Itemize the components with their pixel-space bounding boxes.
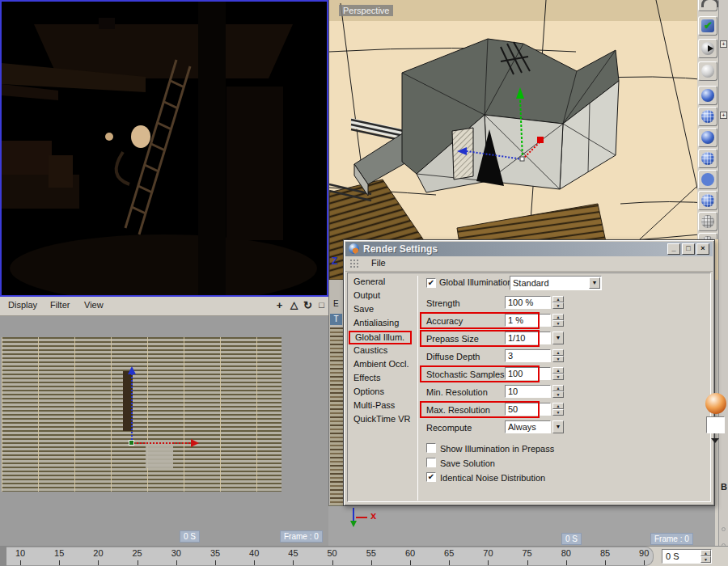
max-resolution-row: Max. Resolution50▲▼ bbox=[425, 402, 708, 420]
shading-isoparm-icon[interactable] bbox=[698, 212, 717, 231]
expand-plus-icon[interactable]: + bbox=[720, 112, 727, 119]
spinner-down-icon[interactable]: ▼ bbox=[552, 374, 564, 380]
spinner-up-icon[interactable]: ▲ bbox=[552, 385, 564, 391]
max-resolution-input[interactable]: 50 bbox=[505, 403, 551, 416]
strip-e-label: E bbox=[333, 299, 339, 308]
save-solution-checkbox[interactable] bbox=[426, 458, 436, 467]
material-sphere-icon[interactable] bbox=[705, 393, 726, 414]
dialog-section-options[interactable]: Options bbox=[349, 386, 417, 399]
identical-noise-distribution-checkbox[interactable]: ✔ bbox=[426, 472, 436, 482]
recompute-dropdown-icon[interactable]: ▼ bbox=[552, 420, 564, 433]
dialog-section-quicktime-vr[interactable]: QuickTime VR bbox=[349, 413, 417, 427]
recompute-input[interactable]: Always bbox=[505, 420, 551, 433]
shading-quickshade-icon[interactable] bbox=[698, 107, 717, 126]
spinner-down-icon[interactable]: ▼ bbox=[552, 302, 564, 309]
gi-mode-dropdown-icon[interactable]: ▼ bbox=[589, 277, 600, 289]
ruler-tick bbox=[605, 560, 606, 565]
front-time-badge: 0 S bbox=[180, 530, 200, 543]
dialog-section-multi-pass[interactable]: Multi-Pass bbox=[349, 399, 417, 413]
shading-flat-icon[interactable] bbox=[698, 170, 717, 189]
shading-hiddenline-icon[interactable] bbox=[698, 149, 717, 168]
viewport-name-label[interactable]: Perspective bbox=[339, 5, 393, 16]
render-picture-viewport[interactable] bbox=[0, 0, 328, 297]
accuracy-label: Accuracy bbox=[426, 316, 463, 326]
dialog-section-effects[interactable]: Effects bbox=[349, 372, 417, 386]
stochastic-samples-label: Stochastic Samples bbox=[426, 370, 505, 379]
current-time-value[interactable]: 0 S bbox=[666, 551, 679, 561]
minimize-button[interactable]: _ bbox=[667, 243, 680, 255]
dialog-section-ambient-occl[interactable]: Ambient Occl. bbox=[349, 358, 417, 372]
shading-sphere-icon[interactable] bbox=[698, 61, 717, 81]
axis-origin-handle[interactable] bbox=[129, 440, 134, 446]
strength-input[interactable]: 100 % bbox=[505, 296, 551, 309]
view-move-icon[interactable]: + bbox=[273, 298, 286, 312]
view-maximize-icon[interactable]: □ bbox=[315, 298, 328, 312]
gi-mode-select[interactable]: Standard▼ bbox=[510, 276, 602, 290]
view-scale-icon[interactable]: △ bbox=[288, 298, 300, 312]
axis-y-arrow-icon bbox=[128, 366, 136, 374]
timeline-ruler[interactable]: 0 S ▲ ▼ 10152025303540455055606570758085… bbox=[0, 546, 728, 566]
spinner-down-icon[interactable]: ▼ bbox=[552, 320, 564, 327]
current-time-spinner[interactable]: 0 S ▲ ▼ bbox=[662, 549, 712, 564]
dialog-section-output[interactable]: Output bbox=[349, 289, 417, 303]
shading-gouraud-icon[interactable] bbox=[698, 86, 717, 105]
spinner-down-icon[interactable]: ▼ bbox=[700, 556, 711, 563]
prepass-size-dropdown-icon[interactable]: ▼ bbox=[552, 332, 564, 344]
prepass-size-input[interactable]: 1/10 bbox=[505, 332, 551, 344]
perspective-viewport[interactable]: Perspective bbox=[328, 0, 718, 280]
menu-view[interactable]: View bbox=[84, 300, 104, 310]
ruler-tick bbox=[332, 560, 333, 565]
texture-tag-icon[interactable]: T bbox=[330, 314, 342, 325]
diffuse-depth-row: Diffuse Depth3▲▼ bbox=[425, 348, 708, 366]
display-mode-icon[interactable] bbox=[698, 39, 717, 58]
expand-plus-icon[interactable]: + bbox=[720, 40, 727, 48]
show-illumination-in-prepass-checkbox[interactable] bbox=[426, 443, 436, 453]
spinner-down-icon[interactable]: ▼ bbox=[552, 409, 564, 416]
dialog-section-caustics[interactable]: Caustics bbox=[349, 344, 417, 358]
shading-box-icon[interactable] bbox=[698, 233, 717, 239]
maximize-button[interactable]: □ bbox=[682, 243, 695, 255]
diffuse-depth-input[interactable]: 3 bbox=[505, 349, 551, 362]
spinner-up-icon[interactable]: ▲ bbox=[552, 314, 564, 320]
min-resolution-input[interactable]: 10 bbox=[505, 385, 551, 398]
min-resolution-row: Min. Resolution10▲▼ bbox=[425, 384, 708, 402]
spinner-up-icon[interactable]: ▲ bbox=[552, 349, 564, 356]
menu-file[interactable]: File bbox=[371, 258, 386, 268]
spinner-down-icon[interactable]: ▼ bbox=[552, 356, 564, 362]
show-illumination-in-prepass-row: Show Illumination in Prepass bbox=[425, 442, 708, 457]
world-axis-z-label: Z bbox=[332, 256, 337, 267]
shading-wireframe-icon[interactable] bbox=[698, 191, 717, 210]
render-active-icon[interactable] bbox=[698, 16, 717, 36]
ruler-tick bbox=[59, 560, 60, 565]
ruler-number-25: 25 bbox=[128, 548, 147, 558]
dialog-section-general[interactable]: General bbox=[349, 276, 417, 289]
bottom-viewport[interactable]: x 0 S Frame : 0 bbox=[328, 505, 715, 546]
shading-constant-icon[interactable] bbox=[698, 128, 717, 147]
close-button[interactable]: × bbox=[696, 243, 709, 255]
menu-display[interactable]: Display bbox=[8, 300, 37, 310]
dialog-section-save[interactable]: Save bbox=[349, 303, 417, 317]
dialog-section-global-illum[interactable]: Global Illum. bbox=[349, 331, 412, 344]
menu-grip-icon[interactable] bbox=[349, 259, 359, 268]
chevron-down-icon[interactable] bbox=[711, 438, 719, 443]
axis-y-arrow-icon bbox=[350, 521, 357, 527]
spinner-up-icon[interactable]: ▲ bbox=[552, 296, 564, 302]
front-viewport[interactable]: 0 S Frame : 0 bbox=[0, 316, 328, 546]
bridge-tool-icon[interactable] bbox=[698, 0, 717, 11]
ruler-tick bbox=[488, 560, 489, 565]
spinner-up-icon[interactable]: ▲ bbox=[552, 367, 564, 374]
ruler-tick bbox=[293, 560, 294, 565]
spinner-up-icon[interactable]: ▲ bbox=[700, 550, 711, 556]
spinner-down-icon[interactable]: ▼ bbox=[552, 391, 564, 398]
dialog-section-antialiasing[interactable]: Antialiasing bbox=[349, 317, 417, 331]
spinner-up-icon[interactable]: ▲ bbox=[552, 403, 564, 409]
color-swatch[interactable] bbox=[706, 416, 725, 433]
global-illumination-checkbox[interactable]: ✔ bbox=[426, 278, 436, 288]
dialog-titlebar[interactable]: Render Settings _ □ × bbox=[345, 242, 713, 256]
stochastic-samples-input[interactable]: 100 bbox=[505, 367, 551, 380]
accuracy-input[interactable]: 1 % bbox=[505, 314, 551, 327]
recompute-row: RecomputeAlways▼ bbox=[425, 420, 708, 437]
material-preview-group bbox=[705, 393, 728, 454]
menu-filter[interactable]: Filter bbox=[50, 300, 70, 310]
view-rotate-icon[interactable]: ↻ bbox=[302, 298, 314, 312]
